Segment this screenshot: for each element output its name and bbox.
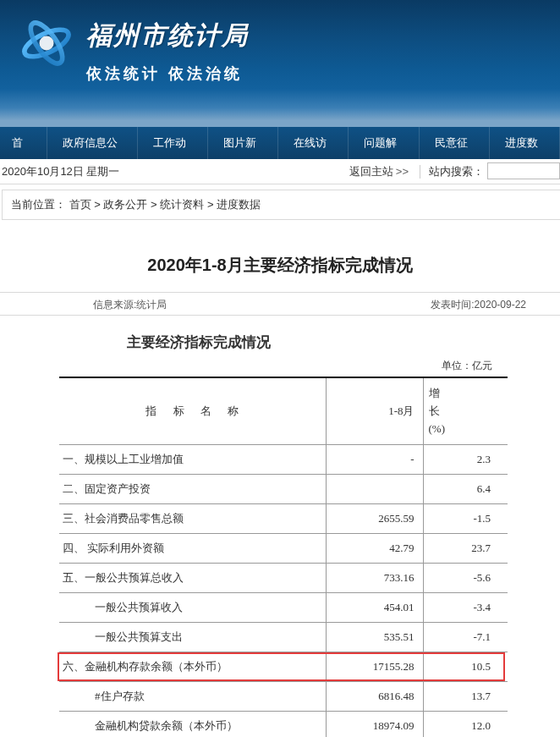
current-date: 2020年10月12日 星期一 — [2, 159, 126, 184]
nav-item-photos[interactable]: 图片新闻 — [208, 127, 278, 159]
breadcrumb-item[interactable]: 统计资料 — [160, 198, 204, 211]
table-row: 一、规模以上工业增加值-2.3 — [59, 445, 508, 475]
indicator-name: 四、 实际利用外资额 — [59, 534, 326, 564]
table-row: 一般公共预算支出535.51-7.1 — [59, 623, 508, 652]
svg-point-2 — [40, 36, 54, 51]
indicator-name: 二、固定资产投资 — [59, 475, 326, 504]
indicator-value: 535.51 — [326, 623, 423, 652]
breadcrumb-sep: > — [207, 198, 217, 211]
indicator-growth: 23.7 — [423, 534, 508, 564]
table-row: 五、一般公共预算总收入733.16-5.6 — [59, 564, 508, 593]
table-unit: 单位：亿元 — [0, 359, 560, 377]
indicator-name: 一般公共预算收入 — [59, 593, 326, 623]
indicator-growth: 6.4 — [423, 475, 508, 504]
nav-item-progress[interactable]: 进度数据 — [490, 127, 560, 159]
indicator-name: 五、一般公共预算总收入 — [59, 564, 326, 593]
site-banner: 福州市统计局 依法统计 依法治统 — [0, 0, 560, 127]
table-row: 六、金融机构存款余额（本外币）17155.2810.5 — [59, 652, 508, 682]
site-search-input[interactable] — [487, 162, 560, 179]
nav-item-gov-info[interactable]: 政府信息公开 — [47, 127, 137, 159]
divider — [420, 165, 420, 179]
indicator-growth: 10.5 — [423, 652, 508, 682]
table-row: 二、固定资产投资6.4 — [59, 475, 508, 504]
indicator-value: 17155.28 — [326, 652, 423, 682]
indicator-growth: -7.1 — [423, 623, 508, 652]
nav-item-faq[interactable]: 问题解答 — [349, 127, 419, 159]
table-row: 金融机构贷款余额（本外币）18974.0912.0 — [59, 712, 508, 737]
back-to-main-link[interactable]: 返回主站 >> — [349, 159, 411, 184]
breadcrumb-item[interactable]: 进度数据 — [217, 198, 261, 211]
table-row: 一般公共预算收入454.01-3.4 — [59, 593, 508, 623]
indicator-value: 6816.48 — [326, 682, 423, 712]
article-meta: 信息来源:统计局 发表时间:2020-09-22 — [0, 292, 560, 316]
site-title: 福州市统计局 — [86, 19, 249, 53]
indicator-value: 2655.59 — [326, 504, 423, 534]
indicator-growth: 2.3 — [423, 445, 508, 475]
breadcrumb-sep: > — [151, 198, 160, 211]
indicator-value: 733.16 — [326, 564, 423, 593]
site-logo-icon — [19, 15, 74, 71]
indicator-growth: 13.7 — [423, 682, 508, 712]
indicator-name: 一、规模以上工业增加值 — [59, 445, 326, 475]
table-row: 四、 实际利用外资额42.7923.7 — [59, 534, 508, 564]
indicator-name: #住户存款 — [59, 682, 326, 712]
article-source: 信息来源:统计局 — [93, 298, 167, 310]
search-label: 站内搜索： — [429, 159, 487, 184]
indicator-growth: -3.4 — [423, 593, 508, 623]
chevron-right-icon: >> — [393, 159, 411, 184]
breadcrumb-item[interactable]: 政务公开 — [103, 198, 147, 211]
subnav-bar: 2020年10月12日 星期一 返回主站 >> 站内搜索： — [0, 159, 560, 184]
indicator-name: 一般公共预算支出 — [59, 623, 326, 652]
col-growth: 增 长 (%) — [423, 377, 508, 445]
col-period: 1-8月 — [326, 377, 423, 445]
nav-item-home[interactable]: 首页 — [0, 127, 47, 159]
site-slogan: 依法统计 依法治统 — [86, 63, 249, 84]
page-title: 2020年1-8月主要经济指标完成情况 — [0, 220, 560, 292]
indicator-table: 指 标 名 称 1-8月 增 长 (%) 一、规模以上工业增加值-2.3二、固定… — [59, 377, 508, 737]
nav-item-opinion[interactable]: 民意征集 — [420, 127, 490, 159]
indicator-value: 42.79 — [326, 534, 423, 564]
back-label: 返回主站 — [349, 159, 393, 184]
indicator-name: 三、社会消费品零售总额 — [59, 504, 326, 534]
table-row: #住户存款6816.4813.7 — [59, 682, 508, 712]
col-indicator: 指 标 名 称 — [59, 377, 326, 445]
indicator-name: 金融机构贷款余额（本外币） — [59, 712, 326, 737]
indicator-value: 18974.09 — [326, 712, 423, 737]
indicator-value — [326, 475, 423, 504]
article-time: 发表时间:2020-09-22 — [431, 298, 526, 310]
indicator-value: 454.01 — [326, 593, 423, 623]
indicator-growth: -1.5 — [423, 504, 508, 534]
table-heading: 主要经济指标完成情况 — [0, 316, 560, 359]
nav-item-work[interactable]: 工作动态 — [138, 127, 208, 159]
breadcrumb: 当前位置： 首页 > 政务公开 > 统计资料 > 进度数据 — [2, 190, 560, 220]
breadcrumb-item[interactable]: 首页 — [69, 198, 91, 211]
nav-item-interview[interactable]: 在线访谈 — [278, 127, 349, 159]
breadcrumb-label: 当前位置： — [11, 198, 66, 211]
main-nav: 首页 政府信息公开 工作动态 图片新闻 在线访谈 问题解答 民意征集 进度数据 — [0, 127, 560, 159]
indicator-name: 六、金融机构存款余额（本外币） — [59, 652, 326, 682]
table-row: 三、社会消费品零售总额2655.59-1.5 — [59, 504, 508, 534]
indicator-value: - — [326, 445, 423, 475]
indicator-growth: 12.0 — [423, 712, 508, 737]
indicator-growth: -5.6 — [423, 564, 508, 593]
breadcrumb-sep: > — [94, 198, 103, 211]
